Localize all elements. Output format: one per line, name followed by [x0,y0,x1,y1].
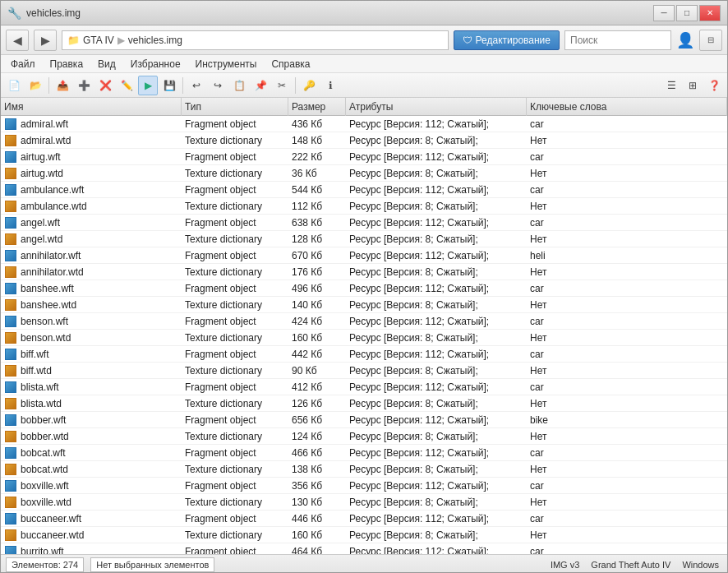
cell-attr: Ресурс [Версия: 112; Сжатый]; [346,250,527,261]
fragment-icon [4,118,17,131]
minimize-button[interactable]: ─ [653,5,675,21]
close-button[interactable]: ✕ [699,5,721,21]
cell-type: Fragment object [182,217,288,229]
cell-attr: Ресурс [Версия: 8; Сжатый]; [346,201,527,212]
save-button[interactable]: 💾 [159,76,179,95]
table-row[interactable]: biff.wft Fragment object 442 Кб Ресурс [… [1,346,727,363]
texture-icon [4,200,17,213]
paste-button[interactable]: 📌 [251,76,270,95]
table-row[interactable]: biff.wtd Texture dictionary 90 Кб Ресурс… [1,363,727,379]
cell-keywords: car [527,447,727,459]
forward-button[interactable]: ▶ [34,30,57,51]
extract-button[interactable]: 📤 [53,76,72,95]
table-row[interactable]: annihilator.wtd Texture dictionary 176 К… [1,264,727,280]
edit-icon: 🛡 [463,35,472,46]
search-input[interactable] [564,30,671,50]
cell-attr: Ресурс [Версия: 112; Сжатый]; [346,349,527,360]
list-view-button[interactable]: ☰ [661,76,681,95]
add-button[interactable]: ➕ [74,76,94,95]
table-row[interactable]: ambulance.wtd Texture dictionary 112 Кб … [1,198,727,215]
cell-attr: Ресурс [Версия: 112; Сжатый]; [346,381,527,393]
menu-tools[interactable]: Инструменты [189,57,264,72]
table-row[interactable]: airtug.wtd Texture dictionary 36 Кб Ресу… [1,165,727,182]
cell-size: 544 Кб [288,184,346,196]
cell-type: Fragment object [182,447,288,459]
file-list[interactable]: Имя Тип Размер Атрибуты Ключевые слова a… [1,98,727,554]
redo-button[interactable]: ↪ [208,76,228,95]
table-row[interactable]: burrito.wft Fragment object 464 Кб Ресур… [1,543,727,554]
menu-file[interactable]: Файл [4,57,42,72]
table-row[interactable]: angel.wtd Texture dictionary 128 Кб Ресу… [1,231,727,247]
game-tag: Grand Theft Auto IV [587,560,674,570]
table-row[interactable]: banshee.wtd Texture dictionary 140 Кб Ре… [1,297,727,313]
undo-button[interactable]: ↩ [187,76,206,95]
cell-keywords: Нет [527,201,727,212]
table-row[interactable]: bobcat.wtd Texture dictionary 138 Кб Рес… [1,461,727,478]
file-area: Имя Тип Размер Атрибуты Ключевые слова a… [1,98,727,554]
header-size[interactable]: Размер [288,98,346,116]
cell-attr: Ресурс [Версия: 112; Сжатый]; [346,118,527,130]
table-row[interactable]: admiral.wtd Texture dictionary 148 Кб Ре… [1,132,727,149]
menu-favorites[interactable]: Избранное [124,57,187,72]
table-row[interactable]: admiral.wft Fragment object 436 Кб Ресур… [1,116,727,132]
header-attr[interactable]: Атрибуты [346,98,527,116]
cut-button[interactable]: ✂ [272,76,292,95]
cell-name: buccaneer.wft [1,512,182,525]
copy-button[interactable]: 📋 [229,76,249,95]
path-root: GTA IV [83,35,114,46]
window-title: vehicles.img [26,7,81,19]
new-button[interactable]: 📄 [4,76,24,95]
table-row[interactable]: bobcat.wft Fragment object 466 Кб Ресурс… [1,445,727,461]
menu-view[interactable]: Вид [91,57,122,72]
help-icon-button[interactable]: ❓ [704,76,724,95]
table-row[interactable]: buccaneer.wft Fragment object 446 Кб Рес… [1,511,727,527]
table-row[interactable]: angel.wft Fragment object 638 Кб Ресурс … [1,215,727,231]
table-row[interactable]: blista.wtd Texture dictionary 126 Кб Рес… [1,395,727,412]
cell-name: buccaneer.wtd [1,529,182,542]
header-keywords[interactable]: Ключевые слова [527,98,727,116]
details-view-button[interactable]: ⊞ [683,76,703,95]
cell-name: ambulance.wft [1,183,182,196]
table-row[interactable]: ambulance.wft Fragment object 544 Кб Рес… [1,182,727,198]
table-row[interactable]: blista.wft Fragment object 412 Кб Ресурс… [1,379,727,395]
menu-help[interactable]: Справка [265,57,316,72]
cell-attr: Ресурс [Версия: 112; Сжатый]; [346,316,527,327]
table-row[interactable]: benson.wtd Texture dictionary 160 Кб Рес… [1,330,727,346]
rename-button[interactable]: ✏️ [117,76,136,95]
table-row[interactable]: annihilator.wft Fragment object 670 Кб Р… [1,247,727,264]
texture-icon [4,134,17,147]
cell-size: 670 Кб [288,250,346,261]
delete-button[interactable]: ❌ [95,76,115,95]
cell-keywords: car [527,151,727,163]
texture-icon [4,496,17,509]
table-row[interactable]: boxville.wtd Texture dictionary 130 Кб Р… [1,494,727,511]
cell-type: Fragment object [182,151,288,163]
header-type[interactable]: Тип [182,98,288,116]
open-button[interactable]: 📂 [25,76,45,95]
properties-button[interactable]: 🔑 [299,76,319,95]
cell-type: Texture dictionary [182,365,288,377]
cell-size: 412 Кб [288,381,346,393]
options-button[interactable]: ⊟ [699,30,722,51]
cell-size: 176 Кб [288,266,346,278]
table-row[interactable]: bobber.wtd Texture dictionary 124 Кб Рес… [1,428,727,445]
path-separator: ▶ [117,35,125,46]
texture-icon [4,463,17,476]
import-button[interactable]: ▶ [138,76,158,95]
cell-attr: Ресурс [Версия: 8; Сжатый]; [346,135,527,146]
table-row[interactable]: benson.wft Fragment object 424 Кб Ресурс… [1,313,727,330]
header-name[interactable]: Имя [1,98,182,116]
info-button[interactable]: ℹ [320,76,340,95]
table-row[interactable]: airtug.wft Fragment object 222 Кб Ресурс… [1,149,727,165]
table-row[interactable]: buccaneer.wtd Texture dictionary 160 Кб … [1,527,727,543]
edit-button[interactable]: 🛡 Редактирование [454,30,560,50]
table-row[interactable]: bobber.wft Fragment object 656 Кб Ресурс… [1,412,727,428]
address-path[interactable]: 📁 GTA IV ▶ vehicles.img [62,30,449,50]
cell-keywords: car [527,546,727,555]
table-row[interactable]: banshee.wft Fragment object 496 Кб Ресур… [1,280,727,297]
table-row[interactable]: boxville.wft Fragment object 356 Кб Ресу… [1,478,727,494]
maximize-button[interactable]: □ [676,5,698,21]
cell-size: 138 Кб [288,464,346,475]
back-button[interactable]: ◀ [6,30,29,51]
menu-edit[interactable]: Правка [44,57,90,72]
